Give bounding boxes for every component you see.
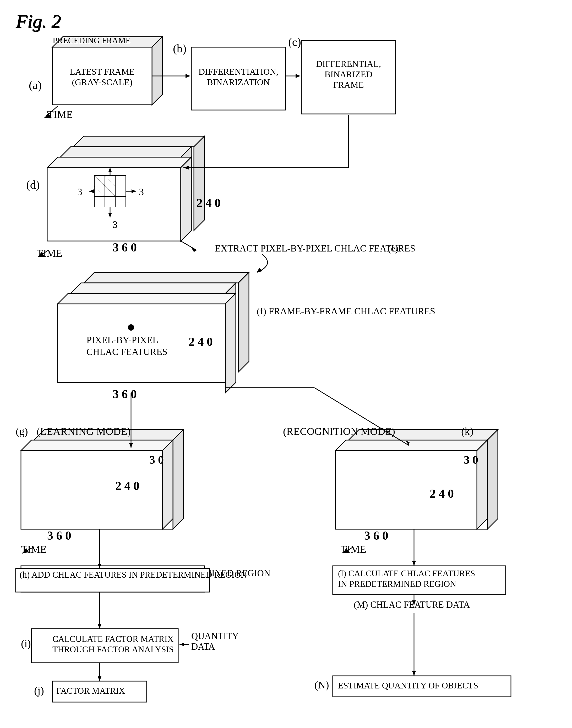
svg-text:2 4 0: 2 4 0	[197, 196, 221, 210]
svg-marker-136	[412, 600, 416, 605]
svg-marker-92	[129, 443, 133, 448]
svg-text:2 4 0: 2 4 0	[115, 479, 139, 493]
svg-text:(f)  FRAME-BY-FRAME CHLAC FEAT: (f) FRAME-BY-FRAME CHLAC FEATURES	[257, 306, 435, 316]
svg-text:3 6 0: 3 6 0	[113, 387, 137, 401]
svg-marker-108	[343, 548, 349, 553]
svg-marker-79	[173, 430, 184, 529]
svg-text:3: 3	[77, 186, 82, 197]
svg-rect-119	[333, 566, 506, 595]
svg-rect-35	[94, 175, 126, 207]
svg-text:(GRAY-SCALE): (GRAY-SCALE)	[72, 77, 132, 87]
svg-marker-105	[406, 441, 410, 445]
svg-marker-90	[22, 548, 29, 553]
svg-marker-65	[84, 273, 249, 283]
svg-text:3 0: 3 0	[464, 453, 478, 466]
svg-line-104	[314, 388, 409, 445]
svg-marker-97	[477, 440, 487, 529]
svg-text:3 6 0: 3 6 0	[364, 529, 388, 542]
svg-rect-0	[52, 47, 152, 105]
svg-marker-45	[108, 168, 112, 172]
svg-marker-115	[98, 564, 101, 569]
svg-text:FACTOR MATRIX: FACTOR MATRIX	[56, 686, 125, 696]
svg-marker-34	[38, 251, 45, 257]
svg-marker-29	[47, 157, 191, 168]
svg-text:THROUGH FACTOR ANALYSIS: THROUGH FACTOR ANALYSIS	[52, 645, 174, 654]
svg-line-40	[94, 175, 105, 186]
svg-rect-17	[301, 41, 396, 114]
svg-marker-10	[45, 113, 51, 119]
svg-text:(b): (b)	[173, 42, 186, 55]
svg-marker-59	[184, 166, 189, 169]
svg-text:DIFFERENTIATION,: DIFFERENTIATION,	[198, 67, 278, 76]
svg-rect-28	[47, 168, 181, 241]
svg-text:EXTRACT PIXEL-BY-PIXEL CHLAC F: EXTRACT PIXEL-BY-PIXEL CHLAC FEATURES	[215, 243, 415, 253]
svg-text:FRAME: FRAME	[333, 80, 364, 90]
svg-text:DIFFERENTIAL,: DIFFERENTIAL,	[316, 59, 381, 69]
svg-marker-64	[257, 268, 263, 273]
svg-rect-95	[335, 451, 487, 529]
svg-text:(k): (k)	[461, 425, 474, 437]
svg-text:TIME: TIME	[47, 108, 73, 120]
svg-marker-2	[152, 37, 162, 105]
svg-line-107	[343, 547, 353, 553]
svg-rect-124	[31, 629, 178, 663]
svg-text:ADD CHLAC FEATURES IN PREDETER: ADD CHLAC FEATURES IN PREDETERMINED REGI…	[42, 568, 270, 578]
svg-text:3: 3	[113, 219, 118, 230]
svg-text:BINARIZED: BINARIZED	[325, 69, 372, 79]
svg-text:QUANTITY: QUANTITY	[191, 631, 239, 641]
svg-text:2 4 0: 2 4 0	[189, 335, 213, 348]
svg-text:DATA: DATA	[191, 642, 215, 652]
svg-text:ESTIMATE QUANTITY OF OBJECTS: ESTIMATE QUANTITY OF OBJECTS	[338, 681, 478, 690]
svg-text:(i): (i)	[21, 638, 31, 649]
svg-line-89	[22, 548, 33, 553]
svg-line-42	[105, 186, 115, 197]
svg-marker-133	[180, 643, 184, 646]
svg-text:3 6 0: 3 6 0	[47, 529, 71, 542]
svg-marker-71	[225, 293, 236, 393]
figure-title: Fig. 2	[16, 11, 61, 33]
svg-text:(h)  ADD CHLAC FEATURES IN PRE: (h) ADD CHLAC FEATURES IN PREDETERMINED …	[20, 570, 247, 580]
svg-marker-26	[60, 147, 191, 157]
svg-marker-63	[191, 247, 197, 252]
svg-text:CHLAC FEATURES: CHLAC FEATURES	[86, 347, 167, 357]
svg-marker-23	[296, 74, 300, 78]
svg-line-33	[38, 250, 49, 257]
svg-marker-82	[162, 440, 173, 529]
svg-marker-78	[34, 430, 184, 440]
svg-text:BINARIZATION: BINARIZATION	[207, 77, 270, 87]
svg-text:CALCULATE FACTOR MATRIX: CALCULATE FACTOR MATRIX	[52, 634, 174, 644]
svg-text:2 4 0: 2 4 0	[430, 487, 454, 500]
svg-text:3 0: 3 0	[149, 453, 164, 466]
svg-text:TIME: TIME	[37, 247, 62, 259]
svg-marker-50	[132, 190, 136, 193]
svg-text:(j): (j)	[34, 685, 44, 697]
svg-marker-94	[487, 430, 498, 529]
svg-marker-81	[21, 440, 173, 451]
svg-marker-96	[335, 440, 487, 451]
svg-marker-25	[194, 136, 204, 230]
svg-text:3: 3	[139, 186, 144, 197]
svg-marker-68	[225, 283, 236, 382]
svg-text:PRECEDING FRAME: PRECEDING FRAME	[53, 35, 131, 45]
svg-rect-11	[191, 47, 286, 110]
svg-rect-137	[52, 681, 147, 702]
svg-marker-141	[98, 676, 101, 681]
svg-rect-109	[21, 566, 204, 592]
svg-rect-3	[52, 47, 152, 105]
svg-marker-146	[412, 671, 416, 676]
svg-rect-80	[21, 451, 173, 529]
svg-marker-93	[349, 430, 498, 440]
svg-text:(d): (d)	[26, 178, 40, 191]
svg-rect-142	[333, 676, 511, 697]
svg-text:(g): (g)	[16, 425, 28, 437]
svg-marker-47	[89, 190, 94, 193]
svg-marker-70	[58, 293, 236, 304]
svg-text:(c): (c)	[288, 35, 301, 49]
svg-text:TIME: TIME	[341, 543, 366, 555]
svg-text:(M)  CHLAC FEATURE DATA: (M) CHLAC FEATURE DATA	[354, 600, 470, 610]
svg-marker-129	[98, 624, 101, 629]
svg-line-41	[105, 175, 115, 186]
svg-line-43	[94, 186, 105, 197]
svg-text:(RECOGNITION MODE): (RECOGNITION MODE)	[283, 425, 395, 437]
svg-marker-123	[412, 561, 416, 566]
